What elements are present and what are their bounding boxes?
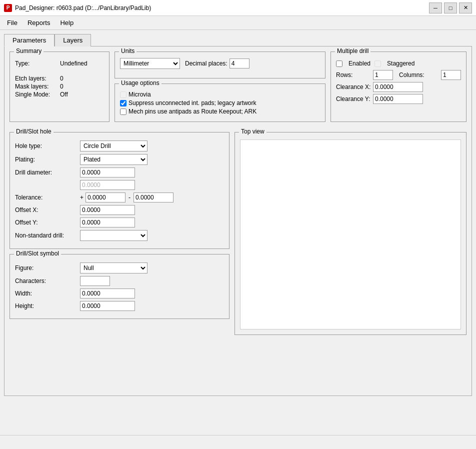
clearancex-input[interactable] <box>373 82 423 92</box>
offset-y-input[interactable] <box>80 218 135 228</box>
rows-row: Rows: Columns: <box>336 70 461 80</box>
width-label: Width: <box>15 290 80 297</box>
usage-options-label: Usage options <box>119 80 162 86</box>
enabled-label: Enabled <box>348 60 370 67</box>
decimal-input[interactable] <box>230 58 250 68</box>
menu-reports[interactable]: Reports <box>22 18 56 28</box>
rows-input[interactable] <box>373 70 393 80</box>
multiple-drill-group: Multiple drill Enabled Staggered Rows: C… <box>330 52 466 122</box>
top-view-group: Top view <box>234 132 466 335</box>
drill-diameter2-input[interactable] <box>80 180 135 190</box>
enabled-checkbox[interactable] <box>336 60 342 67</box>
clearancey-input[interactable] <box>373 94 423 104</box>
suppress-label: Suppress unconnected int. pads; legacy a… <box>128 100 256 106</box>
summary-single-value: Off <box>60 91 68 98</box>
rows-label: Rows: <box>336 72 371 78</box>
hole-type-label: Hole type: <box>15 142 80 150</box>
columns-input[interactable] <box>441 70 461 80</box>
tab-parameters[interactable]: Parameters <box>4 34 54 46</box>
mech-label: Mech pins use antipads as Route Keepout;… <box>128 108 256 115</box>
top-row: Summary Type: Undefined Etch layers: 0 M… <box>10 52 466 127</box>
mech-row: Mech pins use antipads as Route Keepout;… <box>120 108 320 115</box>
suppress-row: Suppress unconnected int. pads; legacy a… <box>120 100 320 106</box>
summary-mask-label: Mask layers: <box>15 83 60 90</box>
mech-checkbox[interactable] <box>120 108 126 115</box>
tab-layers[interactable]: Layers <box>54 34 91 46</box>
summary-type-label: Type: <box>15 60 60 67</box>
title-bar-controls: ─ □ ✕ <box>429 2 472 14</box>
status-bar <box>0 435 476 449</box>
suppress-checkbox[interactable] <box>120 100 126 106</box>
units-select-wrap: Millimeter Inch <box>120 58 180 69</box>
minimize-button[interactable]: ─ <box>429 2 442 14</box>
summary-etch-label: Etch layers: <box>15 75 60 82</box>
drill-slot-hole-content: Hole type: Circle Drill Square Drill Obl… <box>15 136 224 241</box>
summary-type-row: Type: Undefined <box>15 60 104 67</box>
characters-row: Characters: <box>15 276 224 286</box>
app-icon: P <box>4 4 12 12</box>
offset-x-label: Offset X: <box>15 206 80 214</box>
height-label: Height: <box>15 302 80 310</box>
offset-x-input[interactable] <box>80 205 135 215</box>
clearancey-row: Clearance Y: <box>336 94 461 104</box>
usage-options-content: Microvia Suppress unconnected int. pads;… <box>120 88 320 115</box>
hole-type-row: Hole type: Circle Drill Square Drill Obl… <box>15 140 224 152</box>
plating-row: Plating: Plated Non-Plated Optional <box>15 154 224 165</box>
units-select[interactable]: Millimeter Inch <box>120 58 180 69</box>
height-row: Height: <box>15 301 224 311</box>
bottom-row: Drill/Slot hole Hole type: Circle Drill … <box>10 132 466 340</box>
microvia-label: Microvia <box>128 91 151 98</box>
summary-etch-value: 0 <box>60 75 64 82</box>
drill-slot-hole-label: Drill/Slot hole <box>14 128 54 135</box>
clearancex-label: Clearance X: <box>336 84 371 90</box>
offset-y-label: Offset Y: <box>15 219 80 226</box>
figure-row: Figure: Null Circle Square Diamond Trian… <box>15 262 224 274</box>
drill-diameter-label: Drill diameter: <box>15 169 80 176</box>
summary-group: Summary Type: Undefined Etch layers: 0 M… <box>10 52 110 122</box>
tolerance-dash: - <box>128 194 130 201</box>
summary-group-label: Summary <box>14 48 44 54</box>
decimal-wrap: Decimal places: <box>185 58 250 68</box>
microvia-checkbox[interactable] <box>120 92 126 98</box>
drill-slot-symbol-content: Figure: Null Circle Square Diamond Trian… <box>15 258 224 311</box>
menu-help[interactable]: Help <box>55 18 78 28</box>
tolerance-input2[interactable] <box>134 192 174 202</box>
width-row: Width: <box>15 288 224 298</box>
width-input[interactable] <box>80 288 135 298</box>
columns-label: Columns: <box>399 72 439 78</box>
menu-file[interactable]: File <box>2 18 22 28</box>
figure-select[interactable]: Null Circle Square Diamond Triangle <box>80 262 148 274</box>
offset-y-row: Offset Y: <box>15 218 224 228</box>
drill-slot-hole-group: Drill/Slot hole Hole type: Circle Drill … <box>10 132 230 249</box>
plating-select[interactable]: Plated Non-Plated Optional <box>80 154 148 165</box>
drill-slot-symbol-group: Drill/Slot symbol Figure: Null Circle Sq… <box>10 254 230 319</box>
summary-single-row: Single Mode: Off <box>15 91 104 98</box>
non-standard-row: Non-standard drill: <box>15 230 224 241</box>
hole-type-select[interactable]: Circle Drill Square Drill Oblong Drill <box>80 140 148 152</box>
characters-label: Characters: <box>15 278 80 284</box>
top-view-label: Top view <box>239 128 266 135</box>
microvia-row: Microvia <box>120 91 320 98</box>
maximize-button[interactable]: □ <box>444 2 457 14</box>
staggered-label: Staggered <box>387 60 414 67</box>
units-group: Units Millimeter Inch Decimal places: <box>114 52 326 78</box>
decimal-label: Decimal places: <box>185 60 228 67</box>
summary-content: Type: Undefined Etch layers: 0 Mask laye… <box>15 56 104 98</box>
height-input[interactable] <box>80 301 135 311</box>
summary-type-value: Undefined <box>60 60 88 67</box>
non-standard-select[interactable] <box>80 230 148 241</box>
main-content: Parameters Layers Summary Type: Undefine… <box>0 30 476 449</box>
summary-etch-row: Etch layers: 0 <box>15 75 104 82</box>
clearancex-row: Clearance X: <box>336 82 461 92</box>
staggered-checkbox[interactable] <box>374 60 381 67</box>
drill-diameter-row: Drill diameter: <box>15 168 224 178</box>
summary-mask-row: Mask layers: 0 <box>15 83 104 90</box>
close-button[interactable]: ✕ <box>459 2 472 14</box>
non-standard-label: Non-standard drill: <box>15 232 80 239</box>
units-section: Millimeter Inch Decimal places: <box>120 56 320 69</box>
drill-diameter-input[interactable] <box>80 168 135 178</box>
units-usage-col: Units Millimeter Inch Decimal places: <box>114 52 326 127</box>
tolerance-input1[interactable] <box>86 192 126 202</box>
drill-slot-symbol-label: Drill/Slot symbol <box>14 250 61 257</box>
characters-input[interactable] <box>80 276 110 286</box>
